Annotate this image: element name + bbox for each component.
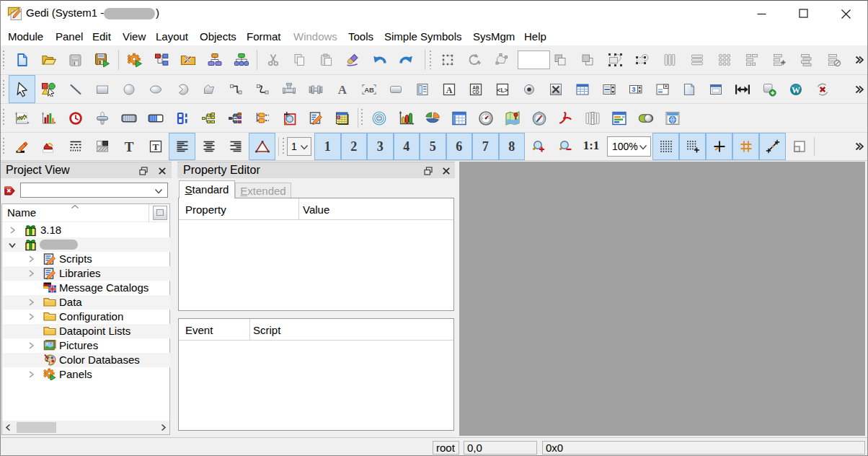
svg-text:A: A bbox=[446, 84, 452, 95]
svg-text:W: W bbox=[792, 84, 800, 95]
svg-text:T: T bbox=[124, 139, 133, 154]
svg-text:3: 3 bbox=[632, 84, 635, 92]
svg-text:T: T bbox=[152, 141, 159, 152]
svg-text:A: A bbox=[337, 82, 347, 96]
svg-text:AB: AB bbox=[364, 85, 374, 93]
svg-text:CD: CD bbox=[472, 89, 479, 95]
svg-text:<L>: <L> bbox=[497, 86, 508, 93]
